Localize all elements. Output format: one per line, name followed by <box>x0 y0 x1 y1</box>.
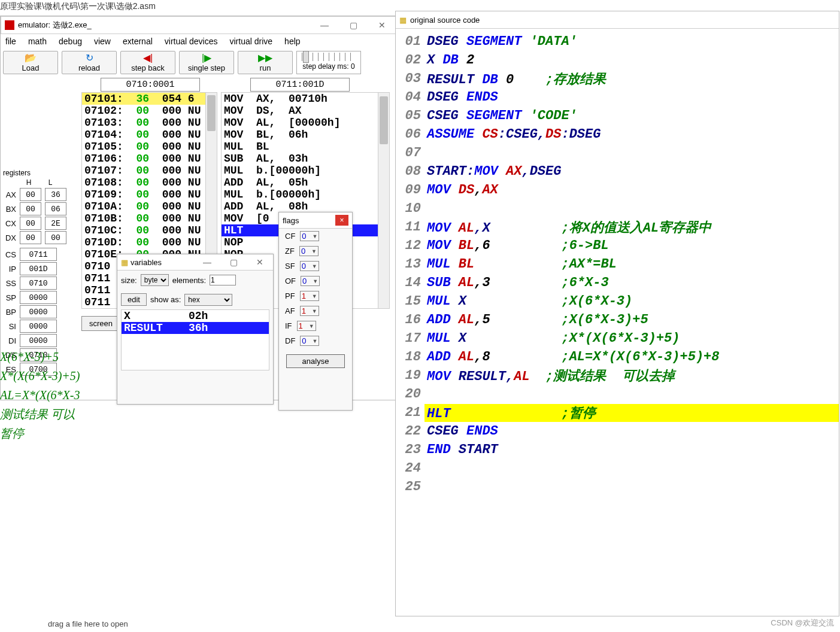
mem-row[interactable]: 07103: 00 000 NU <box>82 117 217 129</box>
reg-CX-h[interactable] <box>20 217 41 230</box>
mem-row[interactable]: 07107: 00 000 NU <box>82 165 217 177</box>
edit-button[interactable]: edit <box>121 293 147 306</box>
src-line[interactable]: 02X DB 2 <box>396 51 839 69</box>
src-line[interactable]: 16ADD AL,5 ;X(6*X-3)+5 <box>396 311 839 329</box>
run-button[interactable]: ▶▶run <box>238 51 293 74</box>
close-button[interactable]: ✕ <box>372 20 392 30</box>
src-line[interactable]: 19MOV RESULT,AL ;测试结果 可以去掉 <box>396 366 839 385</box>
disasm-row[interactable]: ADD AL, 08h <box>222 200 389 212</box>
src-line[interactable]: 18ADD AL,8 ;AL=X*(X(6*X-3)+5)+8 <box>396 348 839 366</box>
min-button[interactable]: — <box>315 20 334 30</box>
var-close[interactable]: ✕ <box>250 257 269 267</box>
src-line[interactable]: 01DSEG SEGMENT 'DATA' <box>396 32 839 51</box>
src-line[interactable]: 20 <box>396 385 839 403</box>
disasm-row[interactable]: MUL b.[00000h] <box>222 189 389 200</box>
code-address[interactable]: 0711:001D <box>250 78 350 92</box>
var-min[interactable]: — <box>198 257 217 267</box>
dis-scrollbar[interactable] <box>378 93 389 308</box>
src-line[interactable]: 25 <box>396 478 839 496</box>
mem-row[interactable]: 07108: 00 000 NU <box>82 177 217 189</box>
disasm-row[interactable]: MOV AX, 00710h <box>222 93 389 105</box>
variables-list[interactable]: X 02hRESULT 36h <box>121 309 269 370</box>
mem-row[interactable]: 07101: 36 054 6 <box>82 93 217 105</box>
reg-AX-h[interactable] <box>20 188 41 201</box>
source-body[interactable]: 01DSEG SEGMENT 'DATA'02X DB 203RESULT DB… <box>396 29 839 496</box>
mem-row[interactable]: 07104: 00 000 NU <box>82 129 217 141</box>
reg-AX-l[interactable] <box>45 188 66 201</box>
disasm-row[interactable]: MOV AL, [00000h] <box>222 117 389 129</box>
src-line[interactable]: 15MUL X ;X(6*X-3) <box>396 292 839 311</box>
disasm-row[interactable]: MUL b.[00000h] <box>222 165 389 177</box>
src-line[interactable]: 22CSEG ENDS <box>396 422 839 440</box>
mem-row[interactable]: 07109: 00 000 NU <box>82 189 217 200</box>
flag-OF-value[interactable]: 0▼ <box>301 276 320 286</box>
showas-select[interactable]: hex <box>184 294 232 306</box>
step-delay[interactable]: step delay ms: 0 <box>296 51 361 74</box>
src-line[interactable]: 12MOV BL,6 ;6->BL <box>396 236 839 255</box>
reg-IP[interactable] <box>20 262 57 275</box>
reload-button[interactable]: ↻reload <box>62 51 117 74</box>
max-button[interactable]: ▢ <box>344 20 363 30</box>
reg-SS[interactable] <box>20 276 57 290</box>
menu-debug[interactable]: debug <box>59 37 82 46</box>
screen-button[interactable]: screen <box>81 316 120 331</box>
var-row[interactable]: RESULT 36h <box>122 322 269 334</box>
src-line[interactable]: 10 <box>396 199 839 218</box>
src-line[interactable]: 06ASSUME CS:CSEG,DS:DSEG <box>396 125 839 144</box>
flag-ZF-value[interactable]: 0▼ <box>299 246 319 256</box>
src-line[interactable]: 04DSEG ENDS <box>396 88 839 107</box>
reg-DX-l[interactable] <box>45 231 66 244</box>
menu-virtual-devices[interactable]: virtual devices <box>165 37 218 46</box>
menu-external[interactable]: external <box>123 37 153 46</box>
menu-view[interactable]: view <box>94 37 111 46</box>
reg-BP[interactable] <box>20 305 57 318</box>
mem-row[interactable]: 07105: 00 000 NU <box>82 141 217 153</box>
flag-SF-value[interactable]: 0▼ <box>300 261 319 271</box>
src-line[interactable]: 14SUB AL,3 ;6*X-3 <box>396 274 839 292</box>
elements-input[interactable] <box>210 275 236 285</box>
src-line[interactable]: 08START:MOV AX,DSEG <box>396 162 839 181</box>
menu-help[interactable]: help <box>284 37 300 46</box>
flag-IF-value[interactable]: 1▼ <box>297 321 316 331</box>
size-select[interactable]: byte <box>141 274 169 286</box>
mem-row[interactable]: 07106: 00 000 NU <box>82 153 217 165</box>
var-row[interactable]: X 02h <box>122 310 269 322</box>
mem-row[interactable]: 0710C: 00 000 NU <box>82 224 217 236</box>
disasm-row[interactable]: MOV DS, AX <box>222 105 389 117</box>
src-line[interactable]: 23END START <box>396 440 839 459</box>
flag-PF-value[interactable]: 1▼ <box>300 291 319 301</box>
analyse-button[interactable]: analyse <box>286 354 345 368</box>
src-line[interactable]: 07 <box>396 144 839 162</box>
src-line[interactable]: 05CSEG SEGMENT 'CODE' <box>396 107 839 125</box>
mem-row[interactable]: 0710D: 00 000 NU <box>82 236 217 248</box>
delay-slider[interactable] <box>302 53 356 61</box>
flag-DF-value[interactable]: 0▼ <box>300 336 319 346</box>
flag-CF-value[interactable]: 0▼ <box>300 231 319 241</box>
src-line[interactable]: 21HLT ;暂停 <box>396 403 839 422</box>
reg-BX-h[interactable] <box>20 202 41 215</box>
mem-row[interactable]: 07102: 00 000 NU <box>82 105 217 117</box>
mem-row[interactable]: 0710B: 00 000 NU <box>82 212 217 224</box>
reg-BX-l[interactable] <box>45 202 66 215</box>
src-line[interactable]: 03RESULT DB 0 ;存放结果 <box>396 69 839 88</box>
flags-close[interactable]: × <box>335 215 348 226</box>
src-line[interactable]: 24 <box>396 459 839 478</box>
reg-DI[interactable] <box>20 334 57 347</box>
menu-math[interactable]: math <box>28 37 47 46</box>
menu-virtual-drive[interactable]: virtual drive <box>230 37 273 46</box>
reg-CX-l[interactable] <box>45 217 66 230</box>
flag-AF-value[interactable]: 1▼ <box>300 306 319 316</box>
src-line[interactable]: 09MOV DS,AX <box>396 181 839 199</box>
singlestep-button[interactable]: |▶single step <box>179 51 234 74</box>
src-line[interactable]: 13MUL BL ;AX*=BL <box>396 255 839 274</box>
var-max[interactable]: ▢ <box>224 257 243 267</box>
reg-SI[interactable] <box>20 320 57 333</box>
reg-CS[interactable] <box>20 248 57 261</box>
reg-SP[interactable] <box>20 291 57 304</box>
mem-row[interactable]: 0710A: 00 000 NU <box>82 200 217 212</box>
reg-DX-h[interactable] <box>20 231 41 244</box>
disasm-row[interactable]: SUB AL, 03h <box>222 153 389 165</box>
disasm-row[interactable]: MUL BL <box>222 141 389 153</box>
src-line[interactable]: 11MOV AL,X ;将X的值送入AL寄存器中 <box>396 218 839 236</box>
disasm-row[interactable]: ADD AL, 05h <box>222 177 389 189</box>
